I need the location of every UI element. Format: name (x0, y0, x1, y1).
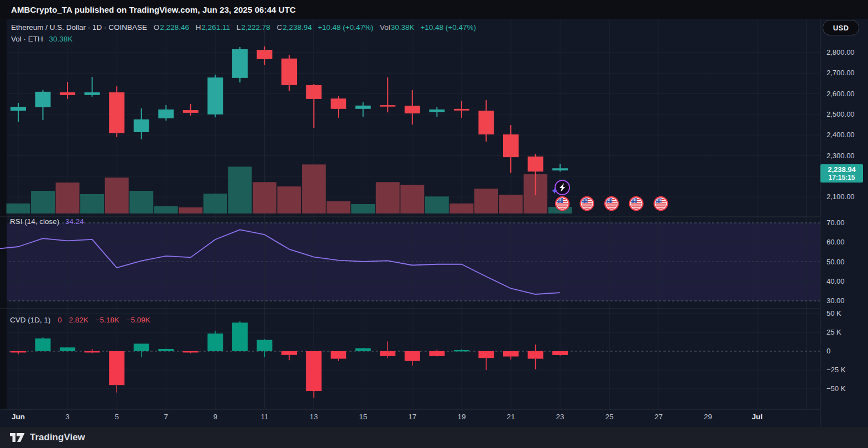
price-tick-label: 2,800.00 (820, 48, 868, 56)
high-label: H (196, 23, 201, 32)
time-tick-label: 27 (646, 413, 671, 421)
publish-bar: AMBCrypto_TA published on TradingView.co… (0, 0, 868, 19)
symbol-legend-row[interactable]: Ethereum / U.S. Dollar · 1D · COINBASE O… (11, 22, 476, 33)
time-tick-label: 9 (203, 413, 227, 421)
price-tick-label: 2,500.00 (820, 110, 868, 118)
volume-change: +10.48 (+0.47%) (420, 23, 476, 32)
time-tick-label: 5 (104, 413, 129, 421)
tradingview-logo-icon[interactable] (10, 433, 25, 442)
price-tick-label: 2,100.00 (820, 192, 868, 201)
time-tick-label: 13 (302, 413, 326, 421)
us-flag-event-icon[interactable] (630, 197, 643, 210)
volume-study-value: 30.38K (49, 35, 73, 43)
rsi-tick-label: 40.00 (820, 277, 868, 285)
open-label: O (154, 23, 160, 32)
time-tick-label: 17 (400, 413, 425, 421)
high-value: 2,261.11 (201, 23, 230, 32)
legend: Ethereum / U.S. Dollar · 1D · COINBASE O… (11, 22, 476, 45)
cvd-low: −5.18K (96, 316, 119, 324)
last-price-badge: 2,238.94 17:15:15 (820, 164, 863, 183)
volume-value: 30.38K (391, 23, 415, 32)
cvd-tick-label: −25 K (820, 366, 868, 374)
rsi-value: 34.24 (65, 217, 84, 226)
cvd-label: CVD (1D, 1) (10, 316, 51, 324)
us-flag-event-icon[interactable] (581, 197, 594, 210)
cvd-legend-row[interactable]: CVD (1D, 1) 0 2.82K −5.18K −5.09K (10, 316, 150, 324)
cvd-close: −5.09K (127, 316, 150, 324)
volume-label: Vol (380, 23, 390, 32)
cvd-open: 0 (57, 316, 62, 324)
publish-text: AMBCrypto_TA published on TradingView.co… (11, 5, 296, 14)
us-flag-event-icon[interactable] (605, 197, 618, 210)
price-tick-label: 2,300.00 (820, 152, 868, 160)
rsi-tick-label: 30.00 (820, 296, 868, 305)
rsi-label: RSI (14, close) (10, 217, 59, 226)
cvd-tick-label: 0 (820, 347, 868, 355)
cvd-tick-label: 25 K (820, 328, 868, 336)
cvd-high: 2.82K (69, 316, 88, 324)
low-value: 2,222.78 (241, 23, 270, 32)
cvd-tick-label: 50 K (820, 309, 868, 317)
time-tick-label: 11 (253, 413, 277, 421)
chart-canvas[interactable] (0, 19, 820, 427)
ai-event-icon[interactable] (551, 180, 569, 195)
price-tick-label: 2,400.00 (820, 131, 868, 139)
time-tick-label: 15 (351, 413, 375, 421)
cvd-tick-label: −50 K (820, 384, 868, 393)
time-tick-label: 25 (597, 413, 621, 421)
time-tick-label: 19 (449, 413, 474, 421)
us-flag-event-icon[interactable] (556, 197, 569, 210)
time-tick-label: 7 (154, 413, 178, 421)
time-tick-label: 21 (499, 413, 523, 421)
rsi-legend-row[interactable]: RSI (14, close) 34.24 (10, 217, 84, 226)
chart-area[interactable]: Ethereum / U.S. Dollar · 1D · COINBASE O… (0, 19, 868, 427)
volume-legend-row[interactable]: Vol · ETH 30.38K (11, 33, 476, 45)
price-tick-label: 2,600.00 (820, 90, 868, 98)
rsi-tick-label: 50.00 (820, 258, 868, 266)
time-tick-label: 3 (55, 413, 80, 421)
bar-countdown: 17:15:15 (828, 174, 855, 182)
volume-study-label: Vol · ETH (11, 35, 43, 43)
tradingview-brand[interactable]: TradingView (30, 432, 85, 443)
footer-bar: TradingView (0, 427, 868, 448)
last-price: 2,238.94 (828, 165, 856, 174)
symbol-title: Ethereum / U.S. Dollar · 1D · COINBASE (11, 23, 147, 32)
rsi-tick-label: 60.00 (820, 238, 868, 246)
price-tick-label: 2,700.00 (820, 69, 868, 77)
time-tick-label: 23 (548, 413, 572, 421)
rsi-tick-label: 70.00 (820, 218, 868, 227)
close-value: 2,238.94 (283, 23, 312, 32)
currency-toggle-button[interactable]: USD (823, 20, 859, 35)
time-tick-label: Jul (745, 413, 770, 421)
open-value: 2,228.46 (160, 23, 189, 32)
close-label: C (277, 23, 283, 32)
low-label: L (237, 23, 241, 32)
time-tick-label: 29 (696, 413, 720, 421)
us-flag-event-icon[interactable] (654, 197, 667, 210)
price-axis-border (820, 19, 820, 427)
time-tick-label: Jun (6, 413, 30, 421)
change-value: +10.48 (+0.47%) (318, 23, 374, 32)
